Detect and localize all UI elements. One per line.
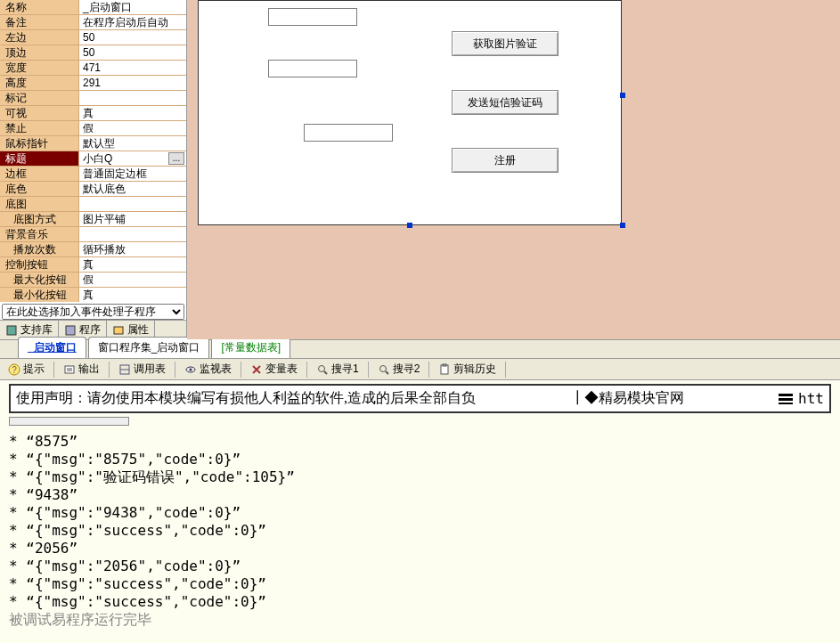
prop-row[interactable]: 标题小白Q... <box>0 151 186 167</box>
log-line: * “8575” <box>9 433 831 451</box>
prop-value[interactable] <box>79 91 186 105</box>
event-selector-row: 在此处选择加入事件处理子程序 <box>0 302 186 320</box>
banner-right: htt <box>779 390 824 407</box>
svg-point-11 <box>190 368 192 370</box>
prop-row[interactable]: 禁止假 <box>0 121 186 136</box>
output-panel: 使用声明：请勿使用本模块编写有损他人利益的软件,造成的后果全部自负 ┃◆精易模块… <box>0 380 840 643</box>
svg-line-15 <box>386 371 388 374</box>
prop-label: 底色 <box>0 182 79 196</box>
prop-value[interactable]: 默认型 <box>79 136 186 151</box>
watch-button[interactable]: 监视表 <box>180 360 236 378</box>
prop-label: 播放次数 <box>0 242 79 256</box>
prop-row[interactable]: 宽度471 <box>0 61 186 76</box>
send-sms-button[interactable]: 发送短信验证码 <box>452 90 559 115</box>
event-selector[interactable]: 在此处选择加入事件处理子程序 <box>2 304 184 320</box>
prop-value[interactable]: 291 <box>79 76 186 90</box>
prop-value[interactable]: 50 <box>79 30 186 45</box>
prop-row[interactable]: 高度291 <box>0 76 186 91</box>
prop-label: 鼠标指针 <box>0 136 79 151</box>
prop-label: 顶边 <box>0 45 79 60</box>
prop-label: 控制按钮 <box>0 257 79 272</box>
prop-value[interactable]: 假 <box>79 273 186 287</box>
prop-row[interactable]: 左边50 <box>0 30 186 45</box>
property-panel: 名称_启动窗口备注在程序启动后自动左边50顶边50宽度471高度291标记可视真… <box>0 0 187 339</box>
prop-row[interactable]: 标记 <box>0 91 186 106</box>
text-input-3[interactable] <box>304 124 393 142</box>
tab-window-procset[interactable]: 窗口程序集_启动窗口 <box>88 337 210 358</box>
log-line: * “{"msg":"success","code":0}” <box>9 593 831 611</box>
form-designer[interactable]: 获取图片验证 发送短信验证码 注册 <box>187 0 840 339</box>
scroll-indicator[interactable] <box>9 417 129 426</box>
get-captcha-button[interactable]: 获取图片验证 <box>452 31 559 56</box>
prop-row[interactable]: 背景音乐 <box>0 227 186 242</box>
prop-value[interactable]: 普通固定边框 <box>79 167 186 181</box>
prop-value[interactable]: 小白Q... <box>79 151 186 166</box>
ellipsis-button[interactable]: ... <box>168 152 184 165</box>
prop-row[interactable]: 底图 <box>0 197 186 212</box>
calltable-button[interactable]: 调用表 <box>114 360 170 378</box>
svg-rect-18 <box>779 394 793 396</box>
prop-row[interactable]: 底色默认底色 <box>0 182 186 197</box>
prop-label: 底图方式 <box>0 212 79 226</box>
prop-value[interactable] <box>79 197 186 211</box>
output-button[interactable]: 输出 <box>59 360 104 378</box>
prop-row[interactable]: 鼠标指针默认型 <box>0 136 186 151</box>
prop-label: 背景音乐 <box>0 227 79 241</box>
output-log[interactable]: * “8575”* “{"msg":"8575","code":0}”* “{"… <box>0 433 840 629</box>
prop-value[interactable]: 图片平铺 <box>79 212 186 226</box>
register-button[interactable]: 注册 <box>452 148 559 173</box>
prop-row[interactable]: 控制按钮真 <box>0 257 186 273</box>
prop-value[interactable]: 真 <box>79 257 186 272</box>
prop-value[interactable]: 471 <box>79 61 186 75</box>
prop-value[interactable]: 50 <box>79 45 186 60</box>
prop-value[interactable]: _启动窗口 <box>79 0 186 14</box>
prop-label: 可视 <box>0 106 79 120</box>
form-canvas[interactable]: 获取图片验证 发送短信验证码 注册 <box>198 0 622 225</box>
tab-startup-window[interactable]: _启动窗口 <box>18 337 86 358</box>
prop-value[interactable]: 循环播放 <box>79 242 186 256</box>
prop-row[interactable]: 顶边50 <box>0 45 186 61</box>
selection-handle[interactable] <box>407 223 412 228</box>
tab-const-table[interactable]: [常量数据表] <box>211 337 290 358</box>
log-line: * “{"msg":"验证码错误","code":105}” <box>9 468 831 486</box>
prop-value[interactable] <box>79 227 186 241</box>
prop-label: 最大化按钮 <box>0 273 79 287</box>
prop-label: 标题 <box>0 151 79 166</box>
find2-button[interactable]: 搜寻2 <box>373 360 425 378</box>
log-line: * “{"msg":"success","code":0}” <box>9 575 831 593</box>
vartable-button[interactable]: 变量表 <box>246 360 302 378</box>
selection-handle[interactable] <box>620 223 625 228</box>
prop-value[interactable]: 真 <box>79 288 186 302</box>
prop-label: 底图 <box>0 197 79 211</box>
prop-row[interactable]: 最小化按钮真 <box>0 288 186 302</box>
prop-row[interactable]: 边框普通固定边框 <box>0 167 186 182</box>
svg-text:?: ? <box>12 365 17 375</box>
prop-row[interactable]: 可视真 <box>0 106 186 121</box>
text-input-1[interactable] <box>268 8 357 26</box>
prop-value[interactable]: 真 <box>79 106 186 120</box>
prop-row[interactable]: 最大化按钮假 <box>0 273 186 288</box>
property-grid[interactable]: 名称_启动窗口备注在程序启动后自动左边50顶边50宽度471高度291标记可视真… <box>0 0 186 302</box>
prop-label: 禁止 <box>0 121 79 135</box>
prop-row[interactable]: 备注在程序启动后自动 <box>0 15 186 30</box>
usage-banner: 使用声明：请勿使用本模块编写有损他人利益的软件,造成的后果全部自负 ┃◆精易模块… <box>9 384 831 413</box>
text-input-2[interactable] <box>268 60 357 77</box>
prop-value[interactable]: 默认底色 <box>79 182 186 196</box>
hint-button[interactable]: ?提示 <box>4 360 49 378</box>
cliphistory-button[interactable]: 剪辑历史 <box>434 360 501 378</box>
find1-button[interactable]: 搜寻1 <box>312 360 363 378</box>
svg-rect-20 <box>779 403 793 404</box>
output-toolbar: ?提示 输出 调用表 监视表 变量表 搜寻1 搜寻2 剪辑历史 <box>0 359 840 380</box>
prop-row[interactable]: 名称_启动窗口 <box>0 0 186 15</box>
prop-row[interactable]: 底图方式图片平铺 <box>0 212 186 227</box>
prop-label: 边框 <box>0 167 79 181</box>
svg-point-12 <box>319 365 325 371</box>
selection-handle[interactable] <box>620 93 625 98</box>
editor-tabs: _启动窗口 窗口程序集_启动窗口 [常量数据表] <box>0 339 840 359</box>
svg-rect-17 <box>443 364 446 366</box>
prop-value[interactable]: 在程序启动后自动 <box>79 15 186 29</box>
prop-row[interactable]: 播放次数循环播放 <box>0 242 186 257</box>
log-line: * “{"msg":"8575","code":0}” <box>9 451 831 468</box>
banner-left: 使用声明：请勿使用本模块编写有损他人利益的软件,造成的后果全部自负 <box>16 389 476 408</box>
prop-value[interactable]: 假 <box>79 121 186 135</box>
